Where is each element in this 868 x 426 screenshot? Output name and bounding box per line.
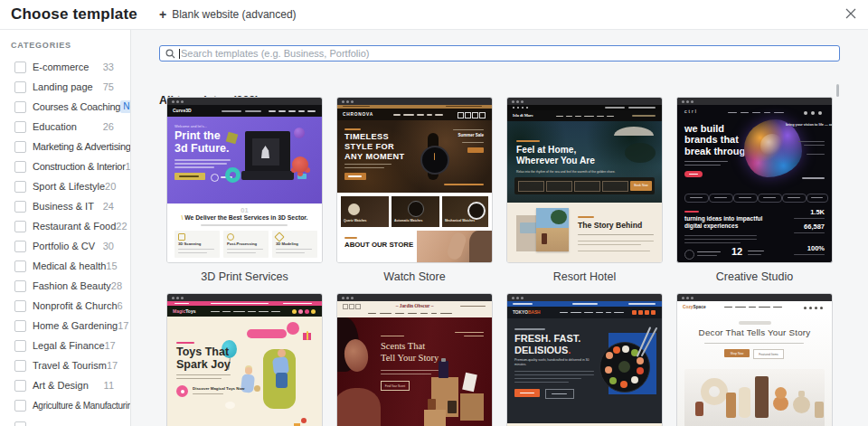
social-icon: [472, 112, 478, 118]
checkbox[interactable]: [14, 141, 26, 153]
site-header: ctrl: [677, 105, 832, 118]
text-line: [381, 374, 431, 374]
eyebrow-label: [344, 128, 361, 130]
checkbox[interactable]: [14, 260, 26, 272]
logo-mark: [684, 250, 694, 260]
checkbox[interactable]: [14, 241, 26, 252]
search-placeholder: Search templates (e.g. Business, Portfol…: [181, 48, 369, 59]
small-vase: [815, 402, 824, 418]
sidebar-item-legal-finance[interactable]: Legal & Finance 17: [0, 336, 130, 355]
checkbox[interactable]: [14, 161, 26, 173]
scrollbar-thumb[interactable]: [836, 84, 839, 97]
checkbox[interactable]: [14, 181, 26, 193]
text-line: [175, 166, 214, 168]
social-icon: [465, 112, 471, 118]
browser-chrome: [167, 98, 322, 105]
search-input[interactable]: Search templates (e.g. Business, Portfol…: [159, 45, 840, 62]
offer-text: [444, 184, 484, 185]
hero-tagline: Welcome and let's...: [175, 124, 207, 128]
sidebar-item-medical-health[interactable]: Medical & health 15: [0, 256, 130, 276]
social-icon: [820, 307, 823, 309]
checkbox[interactable]: [14, 300, 26, 312]
template-card-watch-store[interactable]: CHRONOVA TIMELESSSTYL: [336, 97, 493, 283]
template-card-perfume[interactable]: – Jardin Obscur –: [336, 293, 493, 426]
sidebar-item-marketing-advertising[interactable]: Marketing & Advertising 25: [0, 137, 130, 156]
umbrella-shape: [614, 127, 654, 136]
bottle-cap: [441, 358, 446, 362]
sidebar-item-travel-tourism[interactable]: Travel & Tourism 17: [0, 355, 130, 375]
garnish: [618, 361, 630, 373]
text-line: [462, 142, 484, 143]
checkbox[interactable]: [14, 320, 26, 332]
booking-field: [602, 181, 628, 192]
nav-link: [427, 114, 432, 116]
sidebar-item-portfolio-cv[interactable]: Portfolio & CV 30: [0, 236, 130, 256]
browser-chrome: [677, 98, 832, 105]
text-line: [684, 239, 757, 240]
new-badge: New: [120, 100, 131, 113]
template-preview: Curve3D Welcome and let's... Print the3d…: [166, 97, 323, 263]
sidebar-item-restaurant-food[interactable]: Restaurant & Food 22: [0, 216, 130, 236]
checkbox[interactable]: [14, 421, 26, 426]
text-line: [798, 141, 825, 142]
template-card-sushi[interactable]: TOKYOBASH: [506, 293, 663, 426]
tag-pill: [733, 194, 758, 203]
sidebar-item-business-it[interactable]: Business & IT 24: [0, 196, 130, 216]
sidebar-item-education[interactable]: Education 26: [0, 117, 130, 137]
service-label: 3D Modeling: [276, 241, 298, 246]
text-line: [684, 242, 741, 243]
category-thumb: Mechanical Watches: [442, 196, 488, 227]
sidebar-item-construction-interior[interactable]: Construction & Interior 16: [0, 156, 130, 176]
checkbox[interactable]: [14, 280, 26, 292]
template-card-resort-hotel[interactable]: Isla di Mare Feel at: [506, 97, 663, 283]
text-line: [464, 336, 484, 336]
template-preview: Isla di Mare Feel at: [506, 97, 663, 263]
template-card-creative-studio[interactable]: ctrl we buildbrands thatbreak through: [676, 97, 833, 283]
template-preview: – Jardin Obscur –: [336, 293, 493, 426]
text-line: [343, 106, 370, 107]
sidebar-item-nonprofit-church[interactable]: Nonprofit & Church 6: [0, 296, 130, 316]
nav-link: [408, 313, 417, 314]
phone-text: [605, 107, 625, 108]
sidebar-item-home-gardening[interactable]: Home & Gardening 17: [0, 316, 130, 336]
nav-link: [597, 116, 604, 117]
checkbox[interactable]: [14, 340, 26, 352]
years-stat: 12: [731, 246, 742, 257]
blank-website-button[interactable]: + Blank website (advanced): [156, 6, 300, 23]
template-card-3d-print-services[interactable]: Curve3D Welcome and let's... Print the3d…: [166, 97, 323, 283]
checkbox[interactable]: [14, 62, 26, 73]
sphere-shape: [294, 128, 305, 138]
sidebar-item-e-commerce[interactable]: E-commerce 33: [0, 57, 130, 77]
text-line: [578, 234, 654, 235]
category-count: 17: [107, 360, 118, 371]
sidebar-item-landing-page[interactable]: Landing page 75: [0, 77, 130, 97]
sidebar-item-courses-coaching[interactable]: Courses & Coaching New 8: [0, 97, 130, 117]
checkbox[interactable]: [14, 201, 26, 213]
sidebar-item-partial[interactable]: [0, 417, 130, 426]
bottle-detail: [542, 233, 547, 244]
hero-section: Scents ThatTell Your Story Find Your Sce…: [337, 317, 492, 426]
checkbox[interactable]: [14, 81, 26, 93]
eyebrow-label: [578, 216, 594, 218]
checkbox[interactable]: [14, 101, 26, 113]
social-icon: [804, 111, 807, 115]
checkbox[interactable]: [14, 221, 26, 232]
sidebar-item-agriculture-manufacturing[interactable]: Agriculture & Manufacturing 9: [0, 395, 130, 415]
template-card-toys[interactable]: MagicToys: [166, 293, 323, 426]
close-icon[interactable]: [841, 5, 861, 24]
checkbox[interactable]: [14, 400, 26, 412]
sidebar-item-fashion-beauty[interactable]: Fashion & Beauty 28: [0, 276, 130, 296]
sushi-piece: [637, 357, 644, 364]
nav-link: [278, 110, 286, 112]
checkbox[interactable]: [14, 121, 26, 133]
hero-heading: TIMELESSSTYLE FORANY MOMENT: [344, 132, 405, 162]
template-card-decor[interactable]: CozySpace Decor That Tells Your Stor: [676, 293, 833, 426]
checkbox[interactable]: [14, 360, 26, 372]
text-line: [175, 163, 227, 165]
gift-box: [303, 333, 311, 340]
browser-chrome: [337, 294, 492, 301]
sidebar-item-sport-lifestyle[interactable]: Sport & Lifestyle 20: [0, 176, 130, 196]
text-line: [283, 303, 312, 304]
checkbox[interactable]: [14, 380, 26, 392]
sidebar-item-art-design[interactable]: Art & Design 11: [0, 375, 130, 395]
